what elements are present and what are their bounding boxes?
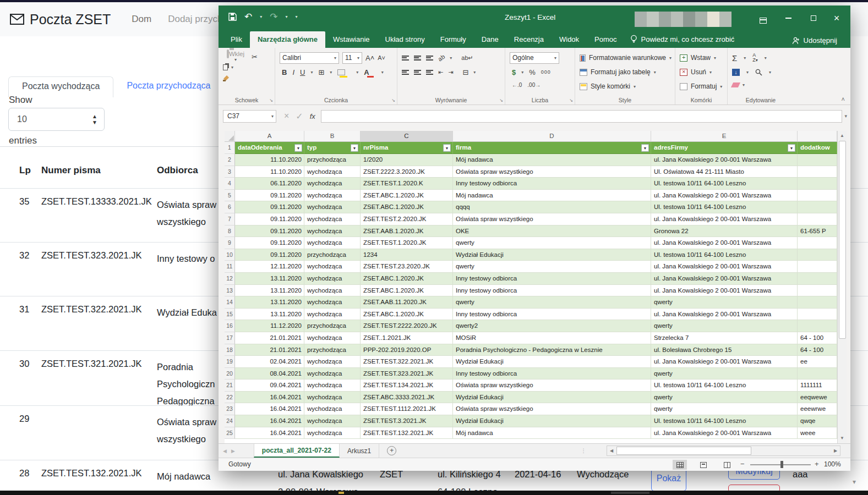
cell[interactable]: 21.01.2021 (235, 332, 304, 344)
align-bottom-icon[interactable] (426, 56, 433, 61)
cell[interactable] (798, 285, 837, 297)
tab-narzedzia-glowne[interactable]: Narzędzia główne (250, 31, 325, 48)
cell[interactable]: wychodząca (304, 178, 361, 190)
cell[interactable]: ZSET.TEST.132.2021.JK (361, 427, 453, 439)
clear-eraser-icon[interactable] (731, 82, 740, 87)
cell[interactable]: wychodząca (304, 427, 361, 439)
merge-center-icon[interactable]: ⊟ (462, 69, 468, 76)
cell[interactable] (798, 261, 837, 273)
sheet-nav-left-icon[interactable]: ◀ (223, 448, 227, 454)
cell[interactable]: qwerty (651, 392, 798, 404)
formula-input[interactable] (321, 110, 843, 123)
tab-dane[interactable]: Dane (474, 31, 506, 48)
cell[interactable]: 12.11.2020 (235, 261, 304, 273)
cell[interactable]: eeewrwe (798, 403, 837, 415)
column-header-E[interactable]: E (651, 131, 798, 141)
cell[interactable]: Ul. testowa 10/11 64-100 Leszno (651, 249, 798, 261)
row-header[interactable]: 1 (225, 142, 235, 154)
cell[interactable]: qwerty (453, 237, 651, 249)
tab-uklad-strony[interactable]: Układ strony (378, 31, 433, 48)
format-cells-button[interactable]: Formatuj▾ (680, 79, 724, 94)
minimize-button[interactable] (779, 11, 798, 25)
zoom-slider-thumb[interactable] (780, 461, 783, 468)
cell[interactable]: PPP-202.2019.2020.OP (361, 344, 453, 356)
cell[interactable] (798, 213, 837, 226)
cell[interactable]: eeqwewe (798, 392, 837, 404)
find-select-icon[interactable] (755, 69, 762, 76)
cell[interactable]: 02.04.2021 (235, 356, 304, 368)
tab-formuly[interactable]: Formuły (433, 31, 474, 48)
cell[interactable]: ZSET.TEST.3.2021.JK (361, 415, 453, 427)
cell[interactable]: ZSET.TEST.2222.2020.JK (361, 320, 453, 332)
tab-plik[interactable]: Plik (223, 31, 250, 48)
cell[interactable]: 09.11.2020 (235, 213, 304, 226)
row-header[interactable]: 6 (225, 201, 235, 213)
borders-icon[interactable]: ⊞ (318, 69, 324, 76)
cell[interactable]: Wydział Edukacji (453, 415, 651, 427)
row-header[interactable]: 14 (225, 296, 235, 309)
page-scroll-chevron[interactable]: ▾ (853, 478, 856, 486)
filter-dropdown-icon[interactable]: ▼ (351, 144, 358, 152)
cell[interactable]: Poradnia Psychologiczno - Pedagogiczna w… (453, 344, 651, 356)
cell[interactable]: ZSET.ABC.1.2020.JK (361, 201, 453, 213)
page-break-view-icon[interactable] (720, 460, 734, 470)
cell[interactable]: ZSET.TEST.23.2020.JK (361, 261, 453, 273)
cell[interactable]: OKE (453, 226, 651, 238)
close-button[interactable]: × (827, 11, 846, 25)
table-header-cell[interactable]: firma▼ (453, 142, 651, 154)
align-middle-icon[interactable] (414, 56, 421, 61)
row-header[interactable]: 2 (225, 154, 235, 166)
column-header-A[interactable]: A (235, 131, 304, 141)
cell[interactable]: Ul. testowa 10/11 64-100 Leszno (651, 201, 798, 213)
cell[interactable]: Inny testowy odbiorca (453, 309, 651, 321)
qat-customize-icon[interactable]: ▾ (296, 14, 298, 19)
collapse-ribbon-icon[interactable]: ˄ (842, 96, 845, 102)
cell[interactable]: Ul. testowa 10/11 64-100 Leszno (651, 178, 798, 190)
zoom-out-icon[interactable]: − (740, 460, 745, 468)
cell[interactable] (798, 309, 837, 321)
row-header[interactable]: 3 (225, 166, 235, 178)
grow-font-icon[interactable]: A˄ (365, 54, 374, 62)
cell[interactable]: 11.10.2020 (235, 166, 304, 178)
schowek-dialog-launcher-icon[interactable]: ↘ (269, 98, 273, 103)
row-header[interactable]: 10 (225, 249, 235, 261)
filter-dropdown-icon[interactable]: ▼ (443, 144, 451, 152)
cell[interactable]: 13.11.2020 (235, 296, 304, 309)
fill-down-icon[interactable]: ↓ (732, 69, 740, 76)
cell[interactable]: ZSET.TEST.322.2021.JK (361, 356, 453, 368)
cell[interactable]: 16.04.2021 (235, 415, 304, 427)
sheet-nav-right-icon[interactable]: ▶ (231, 448, 235, 454)
cell[interactable]: Oświata spraw wszystkiego (453, 213, 651, 226)
cell[interactable]: Ul. Oświatowa 44 21-111 Miasto (651, 166, 798, 178)
tab-wstawianie[interactable]: Wstawianie (325, 31, 377, 48)
cell[interactable]: wychodząca (304, 285, 361, 297)
cell[interactable] (798, 237, 837, 249)
cut-icon[interactable]: ✂ (252, 53, 258, 61)
number-format-select[interactable]: Ogólne▾ (510, 52, 559, 64)
cell[interactable]: przychodząca (304, 249, 361, 261)
cell[interactable]: 09.11.2020 (235, 237, 304, 249)
cell[interactable]: Inny testowy odbiorca (453, 178, 651, 190)
cell[interactable] (798, 154, 837, 166)
row-header[interactable]: 21 (225, 380, 235, 392)
cell[interactable] (798, 178, 837, 190)
font-color-icon[interactable]: A (364, 69, 369, 76)
cell[interactable]: 16.04.2021 (235, 403, 304, 415)
formula-bar-expand-icon[interactable]: ▾ (844, 113, 847, 119)
font-size-select[interactable]: 11▾ (342, 52, 362, 64)
sheetbar-splitter[interactable]: ⋮ (581, 448, 586, 454)
normal-view-icon[interactable] (673, 460, 687, 470)
cell[interactable]: ZSET.ABC.3333.2021.JK (361, 392, 453, 404)
nav-item-dom[interactable]: Dom (132, 14, 151, 25)
align-left-icon[interactable] (402, 70, 409, 75)
cell[interactable]: ul. Jana Kowalskiego 2 00-001 Warszawa (651, 154, 798, 166)
cell[interactable]: wychodząca (304, 332, 361, 344)
delete-cells-button[interactable]: Usuń▾ (680, 65, 724, 79)
table-header-cell[interactable]: dataOdebrania▼ (235, 142, 304, 154)
cell[interactable]: ZSET.ABC.1.2020.JK (361, 285, 453, 297)
tell-me-box[interactable]: Powiedz mi, co chcesz zrobić (625, 31, 740, 48)
new-sheet-icon[interactable]: + (387, 446, 396, 455)
cell[interactable] (798, 190, 837, 202)
cell[interactable]: 1/2020 (361, 154, 453, 166)
cell[interactable]: ZSET.TEST.1112.2021.JK (361, 403, 453, 415)
